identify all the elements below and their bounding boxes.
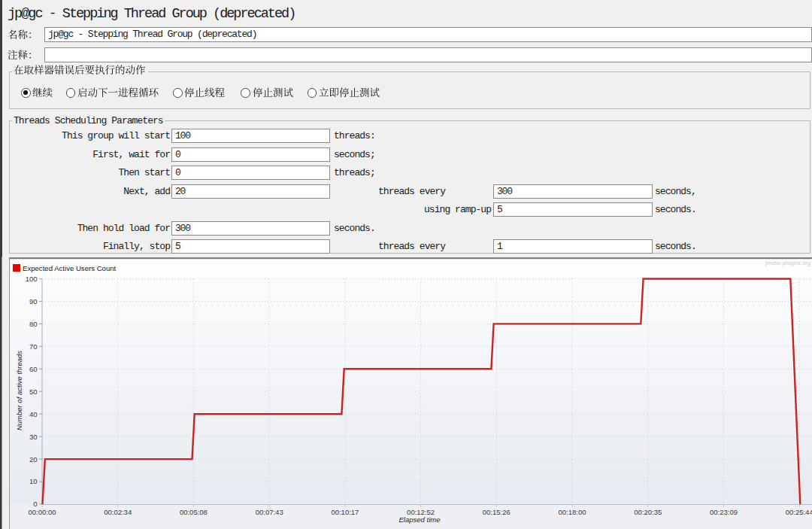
svg-text:00:25:44: 00:25:44 (786, 508, 812, 516)
svg-text:30: 30 (29, 433, 38, 441)
svg-text:jmeter-plugins.org: jmeter-plugins.org (765, 260, 810, 266)
svg-text:90: 90 (29, 297, 38, 306)
svg-text:70: 70 (29, 342, 38, 351)
svg-text:100: 100 (26, 275, 38, 283)
svg-text:00:00:00: 00:00:00 (29, 508, 56, 516)
svg-text:20: 20 (29, 455, 38, 464)
svg-text:00:20:35: 00:20:35 (634, 508, 662, 516)
svg-text:80: 80 (29, 320, 38, 328)
svg-text:00:02:34: 00:02:34 (104, 508, 132, 516)
svg-text:00:10:17: 00:10:17 (331, 508, 359, 516)
svg-text:00:07:43: 00:07:43 (256, 508, 283, 516)
svg-text:00:05:08: 00:05:08 (180, 508, 208, 516)
svg-text:Elapsed time: Elapsed time (399, 515, 441, 524)
svg-text:Expected Active Users Count: Expected Active Users Count (23, 264, 117, 272)
svg-text:00:18:00: 00:18:00 (559, 508, 586, 516)
svg-text:50: 50 (29, 388, 38, 396)
svg-text:Number of active threads: Number of active threads (15, 351, 23, 430)
svg-text:60: 60 (29, 365, 38, 373)
svg-text:00:23:09: 00:23:09 (710, 508, 738, 516)
svg-text:00:15:26: 00:15:26 (483, 508, 511, 516)
svg-text:10: 10 (29, 477, 38, 485)
svg-text:40: 40 (29, 410, 38, 418)
